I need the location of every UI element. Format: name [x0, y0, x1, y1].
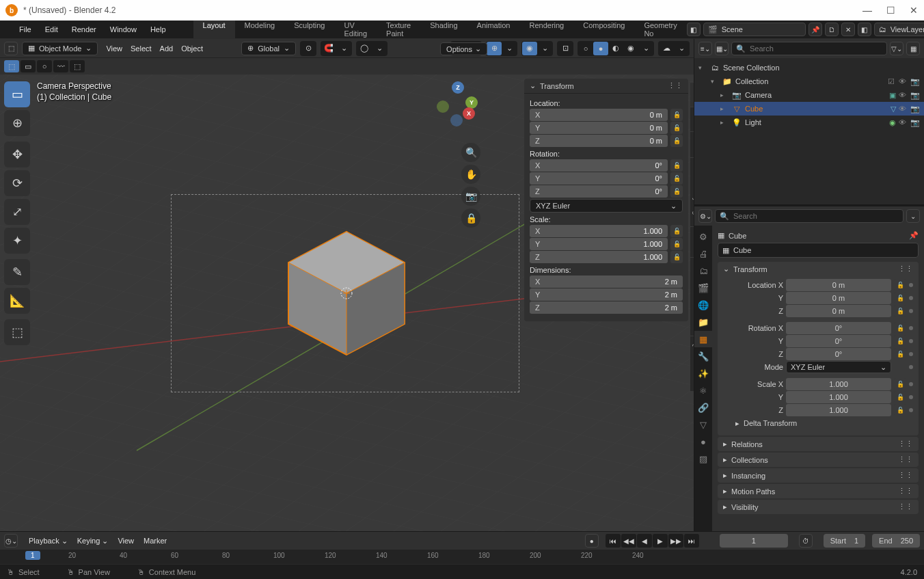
location-y-field[interactable]: Y0 m	[530, 122, 668, 134]
eye-icon[interactable]: 👁	[899, 91, 906, 100]
options-dropdown[interactable]: Options ⌄	[440, 42, 487, 55]
preview-range-icon[interactable]: ⏱	[799, 534, 813, 548]
lock-icon[interactable]: 🔓	[894, 322, 906, 334]
editor-type-icon[interactable]: ⬚	[4, 42, 18, 55]
lock-icon[interactable]: 🔓	[894, 279, 906, 291]
x-axis-icon[interactable]: X	[463, 107, 475, 120]
menu-help[interactable]: Help	[144, 23, 173, 36]
lock-icon[interactable]: 🔓	[670, 251, 683, 263]
snap-icon[interactable]: 🧲	[321, 42, 336, 55]
playhead[interactable]: 1	[25, 551, 40, 560]
select-mode-circle-icon[interactable]: ○	[37, 60, 52, 72]
rotation-mode-select[interactable]: XYZ Euler⌄	[530, 199, 683, 213]
viewlayer-selector[interactable]: 🗂 ViewLayer	[874, 23, 924, 36]
lock-icon[interactable]: 🔓	[894, 378, 906, 390]
expand-icon[interactable]: ▾	[698, 64, 707, 71]
workspace-tab-rendering[interactable]: Rendering	[519, 18, 573, 40]
viewport-menu-select[interactable]: Select	[126, 43, 156, 54]
constraints-tab-icon[interactable]: 🔗	[694, 399, 712, 416]
z-axis-icon[interactable]: Z	[452, 81, 464, 94]
cube-object[interactable]	[283, 228, 410, 355]
dim-x-field[interactable]: X2 m	[530, 275, 683, 288]
keyframe-dot[interactable]	[909, 296, 913, 300]
rotation-x-field[interactable]: X0°	[530, 159, 668, 172]
cursor-tool[interactable]: ⊕	[4, 110, 30, 136]
scale-y-field[interactable]: Y1.000	[530, 238, 668, 250]
lock-icon[interactable]: 🔓	[894, 292, 906, 304]
mode-selector[interactable]: ▦ Object Mode ⌄	[22, 42, 98, 55]
transform-section-header[interactable]: ⌄ Transform ⋮⋮	[718, 262, 919, 276]
lock-icon[interactable]: 🔓	[670, 172, 683, 185]
viewport-menu-add[interactable]: Add	[156, 43, 178, 54]
rotation-mode-select[interactable]: XYZ Euler⌄	[786, 361, 891, 373]
lock-icon[interactable]: 🔓	[670, 109, 683, 121]
pivot-icon[interactable]: ⊙	[301, 42, 316, 55]
panel-relations[interactable]: ▸Relations⋮⋮	[718, 437, 919, 451]
gizmo-options-icon[interactable]: ⌄	[502, 42, 517, 55]
jump-start-icon[interactable]: ⏮	[606, 534, 621, 548]
workspace-tab-texture-paint[interactable]: Texture Paint	[377, 18, 420, 40]
particles-tab-icon[interactable]: ✨	[694, 365, 712, 381]
npanel-tab-tool[interactable]: Tool	[690, 107, 694, 131]
npanel-tab-quad-remesh[interactable]: Quad Remesh	[690, 336, 694, 391]
keyframe-dot[interactable]	[909, 352, 913, 356]
orientation-selector[interactable]: ⊕ Global ⌄	[241, 42, 296, 55]
camera-view-icon[interactable]: 📷	[461, 187, 480, 206]
data-tab-icon[interactable]: ▽	[694, 416, 712, 433]
menu-window[interactable]: Window	[103, 23, 144, 36]
new-collection-icon[interactable]: ▦	[906, 42, 920, 55]
lock-icon[interactable]: 🔓	[894, 404, 906, 416]
prop-scale-x[interactable]: 1.000	[786, 378, 891, 390]
pan-icon[interactable]: ✋	[461, 165, 480, 184]
eye-icon[interactable]: 👁	[899, 118, 906, 127]
select-mode-tweak-icon[interactable]: ⬚	[4, 60, 19, 72]
close-button[interactable]: ✕	[909, 5, 919, 15]
modifiers-tab-icon[interactable]: 🔧	[694, 348, 712, 364]
delta-transform-header[interactable]: ▸Delta Transform	[731, 417, 913, 430]
workspace-tab-compositing[interactable]: Compositing	[573, 18, 634, 40]
prop-rot-x[interactable]: 0°	[786, 322, 891, 334]
outliner-display-icon[interactable]: ≡⌄	[698, 42, 712, 55]
camera-row[interactable]: ▸ 📷 Camera ▣ 👁📷	[694, 88, 924, 102]
menu-edit[interactable]: Edit	[38, 23, 65, 36]
panel-visibility[interactable]: ▸Visibility⋮⋮	[718, 500, 919, 514]
props-display-icon[interactable]: ⚙⌄	[698, 209, 712, 223]
keyframe-dot[interactable]	[909, 326, 913, 330]
neg-z-axis-icon[interactable]	[450, 114, 463, 126]
rotation-y-field[interactable]: Y0°	[530, 172, 668, 185]
render-tab-icon[interactable]: ⚙	[694, 228, 712, 245]
lock-icon[interactable]: 🔓	[894, 335, 906, 347]
lock-icon[interactable]: 🔓	[670, 225, 683, 237]
workspace-tab-sculpting[interactable]: Sculpting	[284, 18, 334, 40]
scale-z-field[interactable]: Z1.000	[530, 251, 668, 263]
play-icon[interactable]: ▶	[653, 534, 668, 548]
new-scene-icon[interactable]: 🗋	[825, 23, 839, 36]
cloud-options-icon[interactable]: ⌄	[674, 42, 689, 55]
keyframe-dot[interactable]	[909, 339, 913, 343]
prop-scale-y[interactable]: 1.000	[786, 391, 891, 403]
measure-tool[interactable]: 📐	[4, 288, 30, 314]
frame-range-end[interactable]: End250	[872, 534, 920, 548]
timeline-ruler[interactable]: 1 20406080100120140160180200220240	[0, 550, 924, 564]
workspace-tab-uv-editing[interactable]: UV Editing	[334, 18, 377, 40]
render-icon[interactable]: 📷	[910, 77, 920, 86]
expand-icon[interactable]: ▸	[720, 119, 729, 126]
move-tool[interactable]: ✥	[4, 142, 30, 167]
scale-x-field[interactable]: X1.000	[530, 225, 668, 237]
transform-panel-header[interactable]: ⌄ Transform ⋮⋮	[524, 79, 688, 94]
add-cube-tool[interactable]: ⬚	[4, 319, 30, 345]
workspace-tab-shading[interactable]: Shading	[420, 18, 467, 40]
shading-wireframe-icon[interactable]: ○	[578, 42, 593, 55]
collection-tab-icon[interactable]: 📁	[694, 314, 712, 330]
filter-icon[interactable]: ▽⌄	[890, 42, 903, 55]
snap-options-icon[interactable]: ⌄	[336, 42, 351, 55]
workspace-tab-layout[interactable]: Layout	[193, 18, 235, 40]
prop-scale-z[interactable]: 1.000	[786, 404, 891, 416]
lock-icon[interactable]: 🔓	[670, 135, 683, 147]
outliner-view-icon[interactable]: ▦⌄	[715, 42, 729, 55]
overlays-icon[interactable]: ◉	[522, 42, 537, 55]
workspace-tab-modeling[interactable]: Modeling	[235, 18, 285, 40]
prop-rot-y[interactable]: 0°	[786, 335, 891, 347]
cube-row[interactable]: ▸ ▽ Cube ▽ 👁📷	[694, 102, 924, 116]
shading-material-icon[interactable]: ◐	[608, 42, 623, 55]
